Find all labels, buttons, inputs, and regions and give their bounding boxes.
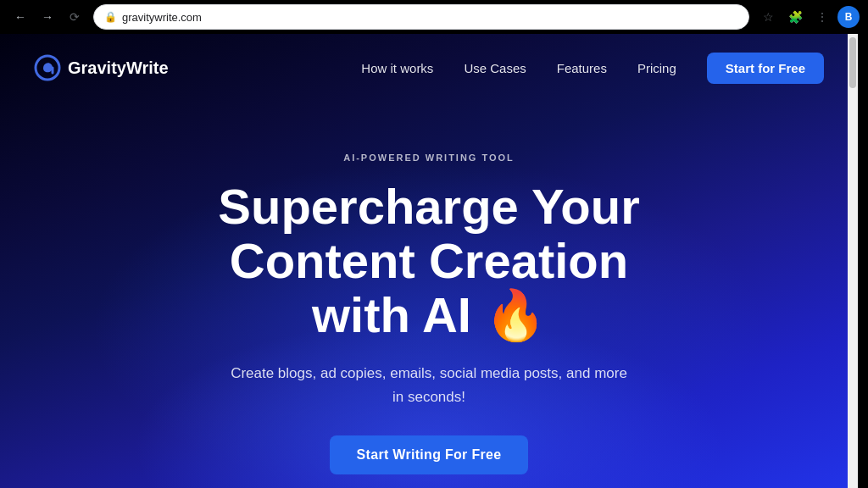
nav-link-pricing[interactable]: Pricing (637, 61, 676, 75)
navbar: GravityWrite How it works Use Cases Feat… (0, 34, 858, 102)
profile-button[interactable]: B (837, 6, 860, 28)
logo-icon (34, 54, 61, 81)
address-bar[interactable]: 🔒 gravitywrite.com (93, 4, 749, 30)
hero-subtitle: Create blogs, ad copies, emails, social … (225, 362, 632, 408)
navbar-start-free-button[interactable]: Start for Free (707, 53, 824, 84)
lock-icon: 🔒 (104, 11, 117, 23)
logo-text: GravityWrite (68, 58, 169, 78)
extension-button[interactable]: 🧩 (783, 5, 807, 29)
hero-title-line3: with AI 🔥 (312, 287, 546, 342)
browser-toolbar: ← → ⟳ 🔒 gravitywrite.com ☆ 🧩 ⋮ B (0, 0, 868, 34)
hero-section: AI-POWERED WRITING TOOL Supercharge Your… (0, 102, 858, 474)
forward-button[interactable]: → (36, 5, 59, 29)
back-button[interactable]: ← (8, 5, 32, 29)
hero-cta-button[interactable]: Start Writing For Free (330, 435, 529, 474)
hero-badge: AI-POWERED WRITING TOOL (343, 152, 515, 163)
url-text: gravitywrite.com (122, 11, 738, 24)
nav-link-features[interactable]: Features (557, 61, 607, 75)
nav-buttons: ← → ⟳ (8, 5, 86, 29)
browser-actions: ☆ 🧩 ⋮ B (756, 5, 860, 29)
reload-button[interactable]: ⟳ (63, 5, 86, 29)
hero-title: Supercharge Your Content Creation with A… (218, 180, 639, 341)
bookmark-button[interactable]: ☆ (756, 5, 780, 29)
browser-chrome: ← → ⟳ 🔒 gravitywrite.com ☆ 🧩 ⋮ B (0, 0, 868, 34)
hero-title-line2: Content Creation (230, 233, 628, 288)
nav-link-use-cases[interactable]: Use Cases (464, 61, 526, 75)
logo[interactable]: GravityWrite (34, 54, 169, 81)
nav-link-how-it-works[interactable]: How it works (361, 61, 433, 75)
menu-button[interactable]: ⋮ (810, 5, 834, 29)
nav-links: How it works Use Cases Features Pricing … (361, 53, 824, 84)
hero-title-line1: Supercharge Your (218, 179, 639, 234)
website-content: GravityWrite How it works Use Cases Feat… (0, 34, 858, 488)
